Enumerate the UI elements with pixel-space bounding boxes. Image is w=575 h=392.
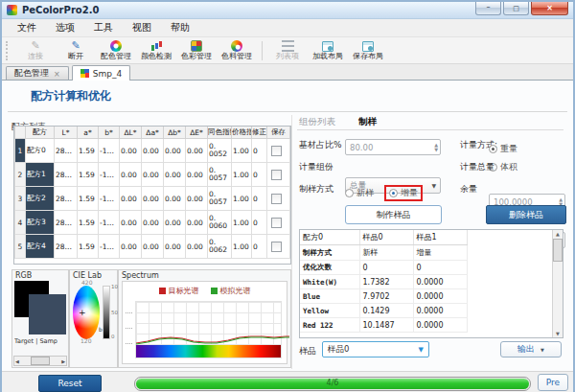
sample-value-cell[interactable]: 新样	[359, 245, 413, 261]
radio-weight[interactable]: 重量	[489, 143, 518, 155]
tab-smp4[interactable]: Smp_4	[72, 65, 130, 81]
sample-row[interactable]: Yellow0.14290.0000	[300, 304, 552, 318]
recipe-value-cell[interactable]: 0. 0057	[208, 163, 232, 187]
recipe-value-cell[interactable]: 0.00	[120, 187, 142, 211]
recipe-value-cell[interactable]: 28…	[55, 235, 78, 259]
recipe-value-cell[interactable]: 0. 0060	[208, 211, 232, 235]
recipe-name-cell[interactable]: 配方1	[26, 163, 55, 187]
save-cell[interactable]	[267, 211, 290, 235]
save-cell[interactable]	[267, 187, 290, 211]
recipe-value-cell[interactable]: 0. 0057	[208, 187, 232, 211]
sample-row[interactable]: Red 12210.14870.0000	[300, 318, 552, 333]
recipe-value-cell[interactable]: 0.00	[164, 139, 186, 163]
recipe-value-cell[interactable]: 1.00	[232, 163, 252, 187]
sample-value-cell[interactable]: 0.0000	[413, 318, 467, 333]
lightness-bar[interactable]	[103, 286, 110, 339]
recipe-value-cell[interactable]: 28…	[55, 187, 78, 211]
row-number-cell[interactable]: 2	[15, 163, 26, 187]
recipe-column-header[interactable]: Δb*	[164, 127, 186, 139]
toolbar-color-detect[interactable]: 颜色检测	[136, 38, 176, 63]
toolbar-color-match[interactable]: 配色管理	[96, 38, 136, 63]
recipe-value-cell[interactable]: 1.59	[78, 211, 99, 235]
sample-row-label[interactable]: Yellow	[300, 304, 359, 318]
sample-table-scrollbar[interactable]: ▲▼	[552, 230, 563, 337]
sample-select-dropdown[interactable]: 样品0	[322, 341, 429, 357]
recipe-name-cell[interactable]: 配方4	[26, 235, 55, 259]
recipe-column-header[interactable]: 保存	[267, 127, 290, 139]
save-checkbox[interactable]	[271, 170, 282, 180]
recipe-value-cell[interactable]: 0.00	[186, 211, 208, 235]
sample-value-cell[interactable]: 0.0000	[413, 289, 467, 304]
sample-row-label[interactable]: 优化次数	[300, 261, 359, 275]
recipe-value-cell[interactable]: 1.59	[78, 187, 99, 211]
recipe-name-cell[interactable]: 配方2	[26, 187, 55, 211]
sample-row-label[interactable]: Red 122	[300, 318, 359, 333]
save-checkbox[interactable]	[271, 194, 282, 204]
sample-row[interactable]: White(W)1.73820.0000	[300, 275, 552, 289]
recipe-value-cell[interactable]: 1.00	[232, 187, 252, 211]
save-cell[interactable]	[267, 235, 290, 259]
toolbar-colorant-manage[interactable]: 色料管理	[217, 38, 257, 63]
row-number-cell[interactable]: 1	[15, 139, 26, 163]
recipe-value-cell[interactable]: 1.00	[232, 211, 252, 235]
recipe-value-cell[interactable]: 0	[252, 163, 267, 187]
sample-column-header[interactable]: 样品0	[359, 230, 413, 245]
tab-close-icon[interactable]	[49, 69, 60, 79]
maximize-button[interactable]	[503, 2, 529, 15]
make-sample-button[interactable]: 制作样品	[345, 205, 442, 224]
recipe-value-cell[interactable]: -1…	[99, 139, 120, 163]
recipe-column-header[interactable]: 同色指数	[208, 127, 232, 139]
rgb-horizontal-scrollbar[interactable]: ◀▶	[13, 356, 67, 366]
recipe-value-cell[interactable]: 0	[252, 211, 267, 235]
save-checkbox[interactable]	[271, 242, 282, 252]
recipe-column-header[interactable]: ΔL*	[120, 127, 142, 139]
recipe-column-header[interactable]: a*	[78, 127, 99, 139]
recipe-value-cell[interactable]: -1…	[99, 211, 120, 235]
sample-value-cell[interactable]: 10.1487	[359, 318, 413, 333]
sample-row[interactable]: 优化次数00	[300, 261, 552, 275]
recipe-value-cell[interactable]: 0.00	[142, 163, 164, 187]
recipe-row[interactable]: 1配方028…1.59-1…0.000.000.000.000. 00521.0…	[15, 139, 290, 163]
toolbar-load-layout[interactable]: 加载布局	[308, 38, 348, 63]
save-cell[interactable]	[267, 139, 290, 163]
recipe-value-cell[interactable]: 1.59	[78, 163, 99, 187]
recipe-value-cell[interactable]: 0	[252, 187, 267, 211]
tab-component-list[interactable]: 组份列表	[299, 116, 335, 128]
sample-value-cell[interactable]: 0.0000	[413, 275, 467, 289]
sample-value-cell[interactable]: 1.7382	[359, 275, 413, 289]
sample-column-header[interactable]: 样品1	[413, 230, 467, 245]
recipe-value-cell[interactable]: 0.00	[120, 211, 142, 235]
save-checkbox[interactable]	[271, 218, 282, 228]
sample-column-header[interactable]: 配方0	[300, 230, 359, 245]
spinner-arrows-icon[interactable]	[434, 141, 438, 153]
toolbar-color-manage[interactable]: 色彩管理	[176, 38, 217, 63]
sample-value-cell[interactable]: 7.9702	[359, 289, 413, 304]
sample-row-label[interactable]: 制样方式	[300, 245, 359, 261]
radio-new-sample[interactable]: 新样	[345, 187, 374, 199]
recipe-value-cell[interactable]: 0.00	[186, 187, 208, 211]
toolbar-save-layout[interactable]: 保存布局	[348, 38, 388, 63]
recipe-value-cell[interactable]: -1…	[99, 163, 120, 187]
scroll-left-icon[interactable]: ◀	[15, 358, 19, 364]
recipe-row[interactable]: 3配方228…1.59-1…0.000.000.000.000. 00571.0…	[15, 187, 290, 211]
recipe-value-cell[interactable]: 0	[252, 139, 267, 163]
sample-row[interactable]: 制样方式新样增量	[300, 245, 552, 261]
minimize-button[interactable]	[475, 2, 501, 15]
menu-file[interactable]: 文件	[8, 21, 46, 35]
recipe-row[interactable]: 2配方128…1.59-1…0.000.000.000.000. 00571.0…	[15, 163, 290, 187]
recipe-row[interactable]: 5配方428…1.59-1…0.000.000.000.000. 00621.0…	[15, 235, 290, 259]
recipe-name-cell[interactable]: 配方0	[26, 139, 55, 163]
menu-help[interactable]: 帮助	[161, 21, 199, 35]
recipe-column-header[interactable]: Δa*	[142, 127, 164, 139]
recipe-value-cell[interactable]: 0.00	[186, 235, 208, 259]
row-number-cell[interactable]: 4	[15, 211, 26, 235]
recipe-value-cell[interactable]: 0.00	[186, 163, 208, 187]
recipe-value-cell[interactable]: 0.00	[120, 139, 142, 163]
tab-make-sample[interactable]: 制样	[358, 116, 377, 128]
output-button[interactable]: 输出	[500, 341, 562, 357]
recipe-column-header[interactable]: b*	[99, 127, 120, 139]
reset-button[interactable]: Reset	[38, 375, 102, 392]
recipe-value-cell[interactable]: 1.00	[232, 235, 252, 259]
recipe-value-cell[interactable]: 0.00	[120, 163, 142, 187]
recipe-value-cell[interactable]: 0.00	[186, 139, 208, 163]
